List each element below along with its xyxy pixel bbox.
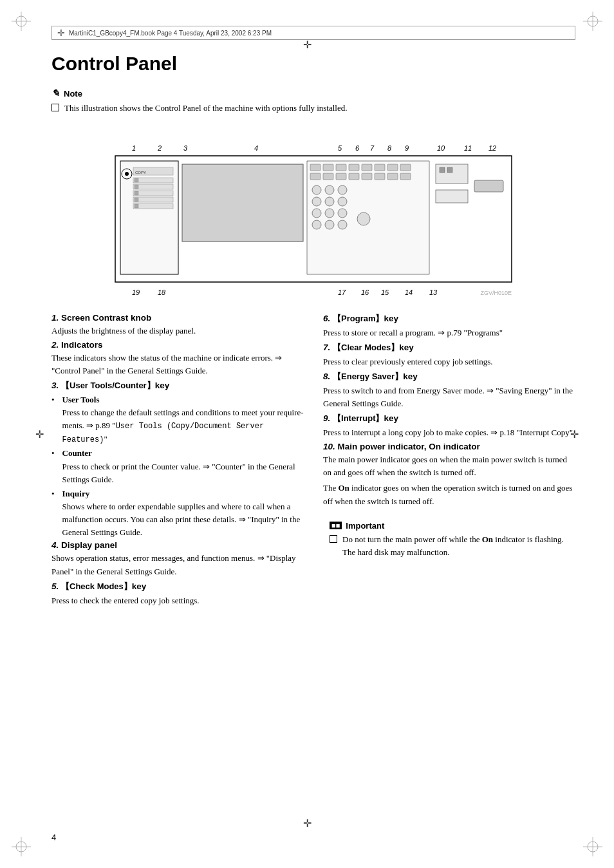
section-7-title: 【Clear Modes】 [333,343,399,352]
diag-label-15: 15 [381,288,389,296]
diag-label-10: 10 [437,144,445,152]
svg-rect-36 [387,164,398,171]
section-4: 4. Display panel Shows operation status,… [51,540,304,578]
section-8-key: key [403,372,418,381]
section-3-num: 3. [51,381,61,390]
section-2: 2. Indicators These indicators show the … [51,340,304,377]
note-item: This illustration shows the Control Pane… [51,102,575,115]
border-cross-top: ✛ [303,39,312,51]
content-columns: 1. Screen Contrast knob Adjusts the brig… [51,313,575,610]
important-item: Do not turn the main power off while the… [330,533,569,559]
bullet-user-tools: User Tools Press to change the default s… [51,393,304,446]
section-4-num: 4. [51,540,61,550]
svg-point-48 [338,185,347,194]
svg-rect-18 [133,178,173,183]
border-cross-bottom: ✛ [303,817,312,829]
svg-rect-59 [436,164,468,184]
bullet-title-user-tools: User Tools [62,395,100,404]
note-title: ✎ Note [51,88,575,99]
diagram-watermark: ZGV/H010E [480,290,512,296]
section-10-body1: The main power indicator goes on when th… [323,453,575,479]
section-5-key: key [132,581,147,591]
svg-point-58 [357,212,370,225]
important-title: ■■Important [330,521,569,531]
important-section: ■■Important Do not turn the main power o… [323,517,575,563]
svg-rect-35 [375,164,385,171]
section-2-num: 2. [51,340,61,350]
section-3-bullets: User Tools Press to change the default s… [51,393,304,539]
diag-label-3: 3 [183,144,187,152]
diag-label-4: 4 [254,144,258,152]
svg-rect-39 [323,173,333,180]
svg-rect-42 [362,173,372,180]
section-5-title: 【Check Modes】 [61,581,132,591]
note-checkbox [51,104,59,111]
section-3-title: 【User Tools/Counter】 [61,381,155,390]
svg-point-53 [325,209,334,218]
svg-rect-34 [362,164,372,171]
section-4-body: Shows operation status, error messages, … [51,552,304,578]
svg-rect-33 [349,164,359,171]
svg-rect-27 [135,204,138,208]
border-cross-left: ✛ [35,428,44,440]
svg-rect-60 [440,167,445,173]
svg-rect-43 [375,173,385,180]
svg-rect-28 [182,164,303,241]
section-5: 5. 【Check Modes】key Press to check the e… [51,581,304,607]
diagram-container: 1 2 3 4 5 6 7 8 9 10 11 12 [51,127,575,297]
section-3: 3. 【User Tools/Counter】key User Tools Pr… [51,380,304,539]
control-panel-diagram: COPY [114,155,513,283]
corner-mark-br [583,837,602,856]
svg-rect-20 [133,191,173,196]
note-label: Note [64,89,82,99]
section-2-heading: 2. Indicators [51,340,304,350]
bullet-title-inquiry: Inquiry [62,489,90,498]
section-7: 7. 【Clear Modes】key Press to clear previ… [323,342,575,368]
diag-label-12: 12 [488,144,496,152]
diag-label-13: 13 [429,288,437,296]
svg-point-46 [312,185,321,194]
section-9-num: 9. [323,413,333,423]
section-1-num: 1. [51,313,61,323]
section-7-body: Press to clear previously entered copy j… [323,355,575,368]
svg-rect-40 [336,173,346,180]
section-10-num: 10. [323,442,338,451]
svg-point-56 [325,220,334,229]
svg-rect-32 [336,164,346,171]
section-5-body: Press to check the entered copy job sett… [51,594,304,607]
svg-text:COPY: COPY [135,171,146,175]
doc-header-text: MartiniC1_GBcopy4_FM.book Page 4 Tuesday… [69,30,272,37]
diag-label-11: 11 [464,144,472,152]
section-9-title: 【Interrupt】 [333,413,384,423]
section-7-num: 7. [323,343,333,352]
svg-rect-21 [133,197,173,202]
svg-point-55 [312,220,321,229]
svg-rect-44 [387,173,398,180]
section-9-body: Press to interrupt a long copy job to ma… [323,426,575,439]
diag-label-17: 17 [338,288,346,296]
important-icon: ■■ [330,522,342,529]
section-6-heading: 6. 【Program】key [323,313,575,325]
section-10-body2: The On indicator goes on when the operat… [323,482,575,507]
section-8-heading: 8. 【Energy Saver】key [323,371,575,382]
left-column: 1. Screen Contrast knob Adjusts the brig… [51,313,304,610]
section-1-heading: 1. Screen Contrast knob [51,313,304,323]
diag-label-2: 2 [158,144,162,152]
diag-label-6: 6 [355,144,359,152]
svg-rect-30 [310,164,321,171]
diag-label-18: 18 [158,288,165,296]
svg-point-15 [125,172,129,176]
section-7-key: key [399,343,414,352]
right-column: 6. 【Program】key Press to store or recall… [323,313,575,610]
header-cross-icon: ✛ [57,28,65,38]
section-2-title: Indicators [61,340,103,350]
section-9: 9. 【Interrupt】key Press to interrupt a l… [323,413,575,439]
svg-rect-23 [135,178,138,182]
bullet-text-counter: Press to check or print the Counter valu… [62,462,295,484]
section-6-num: 6. [323,314,333,323]
svg-point-51 [338,197,347,206]
svg-point-50 [325,197,334,206]
section-9-key: key [384,413,398,423]
corner-mark-tl [12,12,31,31]
diag-label-8: 8 [387,144,391,152]
